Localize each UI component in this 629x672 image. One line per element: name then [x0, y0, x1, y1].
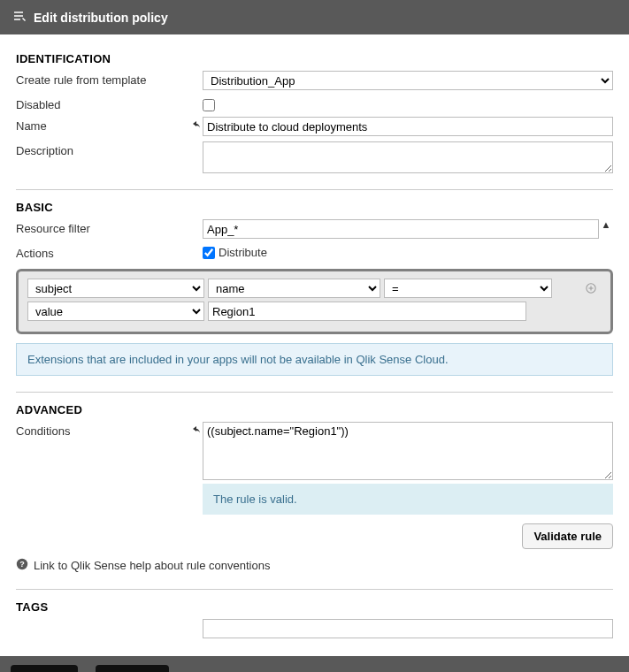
- section-advanced-title: ADVANCED: [16, 403, 613, 416]
- actions-label: Actions: [16, 244, 190, 260]
- help-link[interactable]: ? Link to Qlik Sense help about rule con…: [16, 558, 613, 573]
- distribute-checkbox[interactable]: [203, 247, 215, 259]
- divider: [16, 392, 613, 393]
- description-label: Description: [16, 141, 190, 157]
- tags-input[interactable]: [203, 619, 613, 638]
- dialog-footer: Apply Cancel: [0, 656, 629, 672]
- validate-rule-button[interactable]: Validate rule: [522, 523, 613, 549]
- cancel-button[interactable]: Cancel: [96, 665, 169, 672]
- template-select[interactable]: Distribution_App: [203, 71, 613, 90]
- add-rule-icon[interactable]: [586, 280, 602, 296]
- conditions-label: Conditions: [16, 422, 190, 438]
- rule-builder: subject name = value: [16, 269, 613, 334]
- dialog-title: Edit distribution policy: [34, 11, 168, 25]
- disabled-checkbox[interactable]: [203, 99, 215, 111]
- disabled-label: Disabled: [16, 95, 190, 111]
- section-identification-title: IDENTIFICATION: [16, 52, 613, 65]
- resource-filter-label: Resource filter: [16, 219, 190, 235]
- rule-subject-select[interactable]: subject: [27, 279, 204, 298]
- conditions-textarea[interactable]: ((subject.name="Region1")): [203, 422, 613, 480]
- divider: [16, 189, 613, 190]
- apply-button[interactable]: Apply: [11, 665, 78, 672]
- template-label: Create rule from template: [16, 71, 190, 87]
- validation-message: The rule is valid.: [203, 484, 613, 515]
- rule-attribute-select[interactable]: name: [208, 279, 380, 298]
- description-textarea[interactable]: [203, 141, 613, 173]
- divider: [16, 589, 613, 590]
- svg-text:?: ?: [19, 560, 25, 569]
- section-basic-title: BASIC: [16, 201, 613, 214]
- distribute-label: Distribute: [219, 246, 267, 259]
- revert-icon[interactable]: [190, 422, 203, 480]
- rule-valuetype-select[interactable]: value: [27, 302, 204, 321]
- dialog-header: Edit distribution policy: [0, 0, 629, 34]
- rule-value-input[interactable]: [208, 302, 526, 321]
- resource-filter-expand-icon[interactable]: ▲: [599, 219, 613, 230]
- resource-filter-input[interactable]: [203, 219, 599, 239]
- edit-icon: [12, 9, 34, 26]
- name-label: Name: [16, 117, 190, 133]
- rule-operator-select[interactable]: =: [384, 279, 552, 298]
- name-input[interactable]: [203, 117, 613, 136]
- help-icon: ?: [16, 558, 34, 573]
- revert-icon[interactable]: [190, 117, 203, 130]
- info-message: Extensions that are included in your app…: [16, 343, 613, 376]
- section-tags-title: TAGS: [16, 600, 613, 614]
